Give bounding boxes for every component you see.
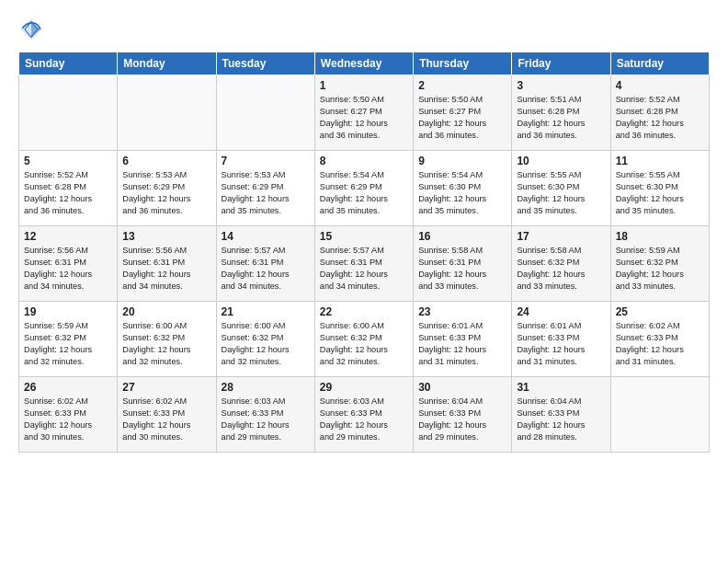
day-number: 30 [418,381,506,394]
day-number: 2 [418,79,506,92]
calendar-cell: 30Sunrise: 6:04 AM Sunset: 6:33 PM Dayli… [414,377,512,453]
day-number: 7 [222,155,310,167]
calendar-cell: 27Sunrise: 6:02 AM Sunset: 6:33 PM Dayli… [118,377,216,453]
day-info: Sunrise: 6:02 AM Sunset: 6:33 PM Dayligh… [616,320,704,368]
calendar-cell: 23Sunrise: 6:01 AM Sunset: 6:33 PM Dayli… [414,302,512,377]
day-info: Sunrise: 6:01 AM Sunset: 6:33 PM Dayligh… [418,320,506,368]
calendar-week-2: 5Sunrise: 5:52 AM Sunset: 6:28 PM Daylig… [19,151,710,226]
day-info: Sunrise: 5:52 AM Sunset: 6:28 PM Dayligh… [616,94,704,142]
weekday-header-row: SundayMondayTuesdayWednesdayThursdayFrid… [19,52,710,75]
day-info: Sunrise: 6:03 AM Sunset: 6:33 PM Dayligh… [222,396,310,443]
calendar-cell: 29Sunrise: 6:03 AM Sunset: 6:33 PM Dayli… [314,377,413,453]
weekday-header-sunday: Sunday [19,52,118,75]
day-info: Sunrise: 6:00 AM Sunset: 6:32 PM Dayligh… [222,320,310,368]
day-number: 29 [320,381,408,394]
calendar-week-3: 12Sunrise: 5:56 AM Sunset: 6:31 PM Dayli… [19,226,710,302]
calendar-cell: 24Sunrise: 6:01 AM Sunset: 6:33 PM Dayli… [512,302,610,377]
day-info: Sunrise: 5:55 AM Sunset: 6:30 PM Dayligh… [517,169,605,217]
day-number: 3 [517,79,605,92]
calendar-cell: 1Sunrise: 5:50 AM Sunset: 6:27 PM Daylig… [314,75,413,151]
day-number: 22 [320,305,408,318]
calendar-cell: 25Sunrise: 6:02 AM Sunset: 6:33 PM Dayli… [610,302,709,377]
calendar-cell: 31Sunrise: 6:04 AM Sunset: 6:33 PM Dayli… [512,377,610,453]
calendar-cell: 28Sunrise: 6:03 AM Sunset: 6:33 PM Dayli… [216,377,314,453]
weekday-header-saturday: Saturday [610,52,709,75]
calendar-cell: 7Sunrise: 5:53 AM Sunset: 6:29 PM Daylig… [216,151,314,226]
calendar-cell: 12Sunrise: 5:56 AM Sunset: 6:31 PM Dayli… [19,226,118,302]
calendar-cell: 3Sunrise: 5:51 AM Sunset: 6:28 PM Daylig… [512,75,610,151]
weekday-header-tuesday: Tuesday [216,52,314,75]
day-info: Sunrise: 6:03 AM Sunset: 6:33 PM Dayligh… [320,396,408,443]
calendar-cell: 21Sunrise: 6:00 AM Sunset: 6:32 PM Dayli… [216,302,314,377]
day-number: 28 [222,381,310,394]
weekday-header-friday: Friday [512,52,610,75]
day-number: 19 [24,305,112,318]
day-info: Sunrise: 6:04 AM Sunset: 6:33 PM Dayligh… [517,396,605,443]
day-number: 9 [418,155,506,167]
day-number: 21 [222,305,310,318]
calendar-cell: 13Sunrise: 5:56 AM Sunset: 6:31 PM Dayli… [118,226,216,302]
calendar-cell: 17Sunrise: 5:58 AM Sunset: 6:32 PM Dayli… [512,226,610,302]
calendar-cell: 6Sunrise: 5:53 AM Sunset: 6:29 PM Daylig… [118,151,216,226]
day-info: Sunrise: 6:02 AM Sunset: 6:33 PM Dayligh… [24,396,112,443]
day-info: Sunrise: 5:51 AM Sunset: 6:28 PM Dayligh… [517,94,605,142]
day-info: Sunrise: 6:00 AM Sunset: 6:32 PM Dayligh… [320,320,408,368]
calendar-week-1: 1Sunrise: 5:50 AM Sunset: 6:27 PM Daylig… [19,75,710,151]
day-number: 16 [418,230,506,243]
page: SundayMondayTuesdayWednesdayThursdayFrid… [0,0,728,563]
day-info: Sunrise: 5:54 AM Sunset: 6:29 PM Dayligh… [320,169,408,217]
calendar-cell: 18Sunrise: 5:59 AM Sunset: 6:32 PM Dayli… [610,226,709,302]
day-info: Sunrise: 5:57 AM Sunset: 6:31 PM Dayligh… [222,245,310,293]
day-info: Sunrise: 5:53 AM Sunset: 6:29 PM Dayligh… [222,169,310,217]
calendar-cell: 11Sunrise: 5:55 AM Sunset: 6:30 PM Dayli… [610,151,709,226]
day-info: Sunrise: 5:50 AM Sunset: 6:27 PM Dayligh… [320,94,408,142]
calendar-cell: 8Sunrise: 5:54 AM Sunset: 6:29 PM Daylig… [314,151,413,226]
day-info: Sunrise: 6:01 AM Sunset: 6:33 PM Dayligh… [517,320,605,368]
day-number: 23 [418,305,506,318]
calendar-cell: 2Sunrise: 5:50 AM Sunset: 6:27 PM Daylig… [414,75,512,151]
calendar-week-4: 19Sunrise: 5:59 AM Sunset: 6:32 PM Dayli… [19,302,710,377]
logo-icon [18,17,44,42]
day-number: 15 [320,230,408,243]
day-number: 24 [517,305,605,318]
day-number: 18 [616,230,704,243]
calendar-cell: 4Sunrise: 5:52 AM Sunset: 6:28 PM Daylig… [610,75,709,151]
day-number: 17 [517,230,605,243]
day-number: 12 [24,230,112,243]
day-info: Sunrise: 5:58 AM Sunset: 6:31 PM Dayligh… [418,245,506,293]
day-number: 13 [122,230,210,243]
day-info: Sunrise: 5:52 AM Sunset: 6:28 PM Dayligh… [24,169,112,217]
day-number: 14 [222,230,310,243]
day-number: 20 [122,305,210,318]
day-info: Sunrise: 6:02 AM Sunset: 6:33 PM Dayligh… [122,396,210,443]
calendar-cell [216,75,314,151]
calendar-cell: 15Sunrise: 5:57 AM Sunset: 6:31 PM Dayli… [314,226,413,302]
day-number: 27 [122,381,210,394]
day-number: 10 [517,155,605,167]
calendar-body: 1Sunrise: 5:50 AM Sunset: 6:27 PM Daylig… [19,75,710,453]
header [18,17,710,42]
calendar-table: SundayMondayTuesdayWednesdayThursdayFrid… [18,52,710,453]
calendar-cell [610,377,709,453]
calendar-cell: 26Sunrise: 6:02 AM Sunset: 6:33 PM Dayli… [19,377,118,453]
day-info: Sunrise: 5:56 AM Sunset: 6:31 PM Dayligh… [122,245,210,293]
calendar-cell: 19Sunrise: 5:59 AM Sunset: 6:32 PM Dayli… [19,302,118,377]
day-info: Sunrise: 5:58 AM Sunset: 6:32 PM Dayligh… [517,245,605,293]
weekday-header-monday: Monday [118,52,216,75]
day-number: 8 [320,155,408,167]
day-info: Sunrise: 5:55 AM Sunset: 6:30 PM Dayligh… [616,169,704,217]
calendar-cell: 22Sunrise: 6:00 AM Sunset: 6:32 PM Dayli… [314,302,413,377]
weekday-header-thursday: Thursday [414,52,512,75]
weekday-header-wednesday: Wednesday [314,52,413,75]
day-number: 1 [320,79,408,92]
calendar-header: SundayMondayTuesdayWednesdayThursdayFrid… [19,52,710,75]
calendar-cell: 10Sunrise: 5:55 AM Sunset: 6:30 PM Dayli… [512,151,610,226]
logo [18,17,48,42]
calendar-cell [19,75,118,151]
day-number: 31 [517,381,605,394]
calendar-cell: 9Sunrise: 5:54 AM Sunset: 6:30 PM Daylig… [414,151,512,226]
day-info: Sunrise: 5:54 AM Sunset: 6:30 PM Dayligh… [418,169,506,217]
calendar-week-5: 26Sunrise: 6:02 AM Sunset: 6:33 PM Dayli… [19,377,710,453]
calendar-cell: 14Sunrise: 5:57 AM Sunset: 6:31 PM Dayli… [216,226,314,302]
day-info: Sunrise: 5:59 AM Sunset: 6:32 PM Dayligh… [24,320,112,368]
